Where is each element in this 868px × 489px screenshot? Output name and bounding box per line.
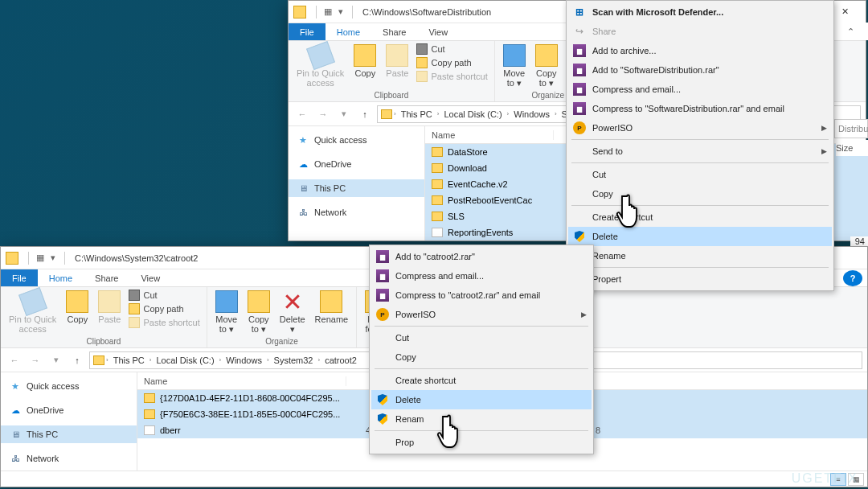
- tab-home[interactable]: Home: [38, 269, 84, 286]
- tab-file[interactable]: File: [1, 269, 38, 286]
- crumb[interactable]: This PC: [398, 109, 436, 119]
- nav-network[interactable]: 🖧Network: [1, 450, 137, 467]
- pasteshortcut-button[interactable]: Paste shortcut: [127, 316, 201, 329]
- ctx-scan-defender[interactable]: ⊞Scan with Microsoft Defender...: [568, 2, 832, 22]
- pin-quickaccess-button[interactable]: Pin to Quick access: [6, 289, 59, 337]
- ctx-compress-rar-email[interactable]: ▆Compress to "catroot2.rar" and email: [371, 286, 592, 305]
- folder-icon: [432, 212, 443, 221]
- ctx-add-archive[interactable]: ▆Add to archive...: [568, 41, 832, 60]
- nav-up-button[interactable]: ↑: [68, 351, 86, 369]
- crumb[interactable]: Windows: [223, 355, 265, 365]
- tab-view[interactable]: View: [129, 269, 171, 286]
- tab-share[interactable]: Share: [371, 23, 417, 40]
- ctx-properties[interactable]: Propert: [568, 269, 832, 289]
- cut-button[interactable]: Cut: [127, 289, 201, 302]
- star-icon: ★: [9, 380, 22, 392]
- folder-icon: [432, 195, 443, 205]
- folder-icon: [6, 252, 18, 265]
- tab-file[interactable]: File: [289, 23, 326, 40]
- ctx-compress-email[interactable]: ▆Compress and email...: [371, 266, 592, 286]
- copypath-button[interactable]: Copy path: [415, 56, 489, 69]
- ctx-compress-rar-email[interactable]: ▆Compress to "SoftwareDistribution.rar" …: [568, 99, 832, 118]
- nav-onedrive[interactable]: ☁OneDrive: [289, 155, 424, 173]
- ctx-copy[interactable]: Copy: [568, 184, 832, 203]
- delete-button[interactable]: Delete ▾: [276, 289, 309, 337]
- tab-share[interactable]: Share: [84, 269, 129, 286]
- ctx-copy[interactable]: Copy: [371, 347, 592, 367]
- context-menu-catroot2: ▆Add to "catroot2.rar" ▆Compress and ema…: [369, 244, 594, 454]
- crumb[interactable]: This PC: [110, 355, 148, 365]
- ctx-rename[interactable]: Rename: [568, 246, 832, 265]
- nav-forward-button[interactable]: →: [314, 105, 332, 123]
- col-name[interactable]: Name: [137, 376, 346, 386]
- ctx-cut[interactable]: Cut: [371, 328, 592, 347]
- qat-properties-icon[interactable]: ▦: [321, 6, 334, 18]
- rar-icon: ▆: [573, 83, 586, 96]
- ctx-delete[interactable]: Delete: [371, 390, 592, 409]
- qat-icon[interactable]: ▾: [47, 252, 59, 265]
- tab-view[interactable]: View: [417, 23, 459, 40]
- copy-button[interactable]: Copy: [63, 289, 92, 337]
- col-size[interactable]: Size: [836, 140, 868, 156]
- search-box[interactable]: Distribu...: [834, 119, 868, 138]
- folder-icon: [144, 393, 155, 403]
- nav-quickaccess[interactable]: ★Quick access: [289, 131, 424, 149]
- group-organize: Organize: [212, 337, 351, 347]
- help-icon[interactable]: ?: [843, 270, 862, 286]
- folder-icon: [293, 6, 306, 18]
- nav-thispc[interactable]: 🖥This PC: [289, 179, 424, 197]
- nav-back-button[interactable]: ←: [6, 351, 23, 369]
- share-icon: ↪: [573, 25, 586, 38]
- copyto-button[interactable]: Copy to ▾: [532, 43, 561, 91]
- submenu-arrow-icon: ▶: [821, 147, 827, 155]
- crumb[interactable]: Local Disk (C:): [440, 109, 505, 119]
- pin-quickaccess-button[interactable]: Pin to Quick access: [293, 43, 347, 91]
- paste-button[interactable]: Paste: [383, 43, 411, 91]
- nav-network[interactable]: 🖧Network: [289, 203, 424, 221]
- ctx-create-shortcut[interactable]: Create shortcut: [568, 208, 832, 227]
- folder-icon: [432, 179, 443, 189]
- copypath-button[interactable]: Copy path: [127, 302, 201, 315]
- ctx-poweriso[interactable]: PPowerISO▶: [568, 118, 832, 138]
- file-icon: [144, 425, 155, 435]
- copy-button[interactable]: Copy: [350, 43, 379, 91]
- nav-onedrive[interactable]: ☁OneDrive: [1, 401, 137, 419]
- nav-up-button[interactable]: ↑: [356, 105, 374, 123]
- ctx-create-shortcut[interactable]: Create shortcut: [371, 371, 592, 390]
- qat-newfolder-icon[interactable]: ▾: [334, 6, 347, 18]
- nav-recent-button[interactable]: ▾: [335, 105, 353, 123]
- ctx-share[interactable]: ↪Share: [568, 22, 832, 41]
- network-icon: 🖧: [297, 207, 309, 218]
- ctx-properties[interactable]: Prop: [371, 433, 592, 452]
- crumb[interactable]: Local Disk (C:): [153, 355, 217, 365]
- paste-button[interactable]: Paste: [95, 289, 124, 337]
- rename-button[interactable]: Rename: [312, 289, 352, 337]
- ribbon-caret[interactable]: ⌃: [833, 23, 868, 40]
- nav-recent-button[interactable]: ▾: [47, 351, 65, 369]
- ctx-compress-email[interactable]: ▆Compress and email...: [568, 80, 832, 99]
- crumb[interactable]: Windows: [510, 109, 553, 119]
- ctx-poweriso[interactable]: PPowerISO▶: [371, 305, 592, 324]
- qat-icon[interactable]: ▦: [34, 252, 47, 265]
- cut-button[interactable]: Cut: [415, 43, 489, 55]
- ctx-add-rar[interactable]: ▆Add to "SoftwareDistribution.rar": [568, 60, 832, 80]
- submenu-arrow-icon: ▶: [581, 310, 587, 318]
- cloud-icon: ☁: [297, 158, 309, 170]
- ctx-cut[interactable]: Cut: [568, 165, 832, 184]
- moveto-button[interactable]: Move to ▾: [212, 289, 241, 337]
- col-name[interactable]: Name: [425, 130, 554, 140]
- crumb[interactable]: System32: [271, 355, 317, 365]
- nav-back-button[interactable]: ←: [293, 105, 311, 123]
- crumb[interactable]: catroot2: [321, 355, 360, 365]
- ctx-add-rar[interactable]: ▆Add to "catroot2.rar": [371, 247, 592, 266]
- pasteshortcut-button[interactable]: Paste shortcut: [415, 70, 489, 83]
- ctx-delete[interactable]: Delete: [568, 227, 832, 246]
- ctx-rename[interactable]: Renam: [371, 409, 592, 429]
- tab-home[interactable]: Home: [326, 23, 371, 40]
- moveto-button[interactable]: Move to ▾: [500, 43, 529, 91]
- nav-thispc[interactable]: 🖥This PC: [1, 425, 137, 443]
- nav-forward-button[interactable]: →: [27, 351, 44, 369]
- nav-quickaccess[interactable]: ★Quick access: [1, 377, 137, 395]
- copyto-button[interactable]: Copy to ▾: [244, 289, 273, 337]
- ctx-sendto[interactable]: Send to▶: [568, 142, 832, 161]
